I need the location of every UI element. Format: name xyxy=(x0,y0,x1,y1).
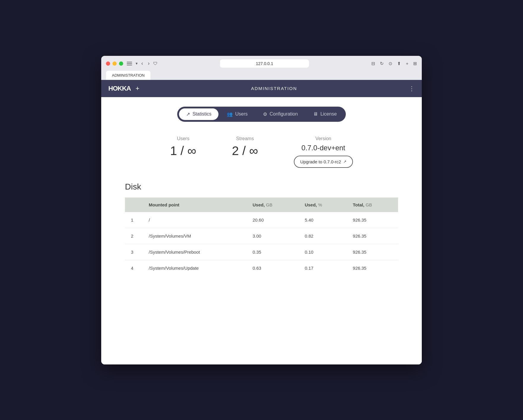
cell-total-gb: 926.35 xyxy=(347,212,398,228)
translate-icon[interactable]: ⊟ xyxy=(371,61,375,66)
cell-mount: /System/Volumes/Preboot xyxy=(143,244,247,260)
shield-icon: 🛡 xyxy=(153,61,158,66)
cell-total-gb: 926.35 xyxy=(347,228,398,244)
col-used-gb: Used, GB xyxy=(247,198,299,212)
tab-label: ADMINISTRATION xyxy=(112,73,145,78)
refresh-icon[interactable]: ↻ xyxy=(380,61,384,66)
tab-navigation: ↗ Statistics 👥 Users ⚙ Configuration 🖥 L… xyxy=(177,107,346,122)
cell-used-pct: 5.40 xyxy=(299,212,347,228)
url-input[interactable] xyxy=(220,59,309,68)
forward-button[interactable]: › xyxy=(147,60,151,67)
cell-index: 2 xyxy=(125,228,143,244)
browser-window: ▾ ‹ › 🛡 ⊟ ↻ ⊙ ⬆ + ⊞ ADMINISTRATION xyxy=(101,56,422,364)
cell-mount: / xyxy=(143,212,247,228)
back-button[interactable]: ‹ xyxy=(140,60,144,67)
cell-total-gb: 926.35 xyxy=(347,260,398,276)
tab-license-label: License xyxy=(320,111,337,117)
disk-table: Mounted point Used, GB Used, % Total, xyxy=(125,198,398,276)
share-icon[interactable]: ⬆ xyxy=(397,61,401,66)
tab-statistics[interactable]: ↗ Statistics xyxy=(179,108,218,120)
table-row: 1 / 20.60 5.40 926.35 xyxy=(125,212,398,228)
tab-users-label: Users xyxy=(235,111,248,117)
browser-actions: ⊟ ↻ ⊙ ⬆ + ⊞ xyxy=(371,61,417,66)
stat-streams-value: 2 / ∞ xyxy=(232,144,258,158)
browser-titlebar: ▾ ‹ › 🛡 ⊟ ↻ ⊙ ⬆ + ⊞ xyxy=(106,59,417,68)
tab-configuration-label: Configuration xyxy=(270,111,298,117)
minimize-button[interactable] xyxy=(112,61,117,66)
browser-controls: ▾ ‹ › 🛡 xyxy=(127,60,158,67)
stat-version-label: Version xyxy=(294,136,353,141)
dropdown-arrow-icon[interactable]: ▾ xyxy=(136,61,138,66)
stat-version: Version 0.7.0-dev+ent Upgrade to 0.7.0-r… xyxy=(294,136,353,168)
users-icon: 👥 xyxy=(227,111,233,117)
cell-used-gb: 3.00 xyxy=(247,228,299,244)
cell-used-gb: 20.60 xyxy=(247,212,299,228)
download-icon[interactable]: ⊙ xyxy=(389,61,392,66)
tab-statistics-label: Statistics xyxy=(192,111,211,117)
stat-users-label: Users xyxy=(170,136,196,141)
app-logo: HOKKA xyxy=(108,85,131,92)
stats-row: Users 1 / ∞ Streams 2 / ∞ Version 0.7.0-… xyxy=(125,136,398,168)
cell-index: 4 xyxy=(125,260,143,276)
col-used-pct: Used, % xyxy=(299,198,347,212)
upgrade-button[interactable]: Upgrade to 0.7.0-rc2 ↗ xyxy=(294,156,353,168)
table-row: 3 /System/Volumes/Preboot 0.35 0.10 926.… xyxy=(125,244,398,260)
col-mount: Mounted point xyxy=(143,198,247,212)
cell-used-pct: 0.10 xyxy=(299,244,347,260)
address-bar xyxy=(161,59,368,68)
grid-icon[interactable]: ⊞ xyxy=(413,61,417,66)
table-row: 4 /System/Volumes/Update 0.63 0.17 926.3… xyxy=(125,260,398,276)
cell-total-gb: 926.35 xyxy=(347,244,398,260)
cell-index: 3 xyxy=(125,244,143,260)
disk-section: Disk Mounted point Used, GB Used, xyxy=(125,182,398,276)
app-title: ADMINISTRATION xyxy=(140,86,409,91)
more-options-button[interactable]: ⋮ xyxy=(409,85,415,92)
external-link-icon: ↗ xyxy=(343,160,346,164)
active-tab[interactable]: ADMINISTRATION xyxy=(106,71,150,80)
tab-users[interactable]: 👥 Users xyxy=(220,108,255,120)
cell-index: 1 xyxy=(125,212,143,228)
statistics-icon: ↗ xyxy=(186,111,190,117)
tab-license[interactable]: 🖥 License xyxy=(306,108,344,120)
col-total-gb: Total, GB xyxy=(347,198,398,212)
stat-users: Users 1 / ∞ xyxy=(170,136,196,168)
stat-streams-label: Streams xyxy=(232,136,258,141)
traffic-lights xyxy=(106,61,123,66)
tab-configuration[interactable]: ⚙ Configuration xyxy=(256,108,305,120)
new-tab-icon[interactable]: + xyxy=(406,61,408,66)
browser-tab-bar: ADMINISTRATION xyxy=(106,71,417,80)
license-icon: 🖥 xyxy=(313,111,318,117)
disk-section-title: Disk xyxy=(125,182,398,192)
sidebar-toggle[interactable] xyxy=(127,62,132,65)
cell-used-gb: 0.63 xyxy=(247,260,299,276)
cell-used-gb: 0.35 xyxy=(247,244,299,260)
browser-chrome: ▾ ‹ › 🛡 ⊟ ↻ ⊙ ⬆ + ⊞ ADMINISTRATION xyxy=(101,56,422,80)
col-index xyxy=(125,198,143,212)
cell-mount: /System/Volumes/Update xyxy=(143,260,247,276)
stat-users-value: 1 / ∞ xyxy=(170,144,196,158)
cell-used-pct: 0.17 xyxy=(299,260,347,276)
app-header: HOKKA + ADMINISTRATION ⋮ xyxy=(101,80,422,97)
stat-streams: Streams 2 / ∞ xyxy=(232,136,258,168)
close-button[interactable] xyxy=(106,61,110,66)
add-button[interactable]: + xyxy=(136,85,140,92)
upgrade-button-label: Upgrade to 0.7.0-rc2 xyxy=(300,159,341,164)
stat-version-value: 0.7.0-dev+ent xyxy=(294,144,353,152)
configuration-icon: ⚙ xyxy=(263,111,267,117)
app-content: ↗ Statistics 👥 Users ⚙ Configuration 🖥 L… xyxy=(101,97,422,364)
maximize-button[interactable] xyxy=(119,61,123,66)
cell-mount: /System/Volumes/VM xyxy=(143,228,247,244)
table-row: 2 /System/Volumes/VM 3.00 0.82 926.35 xyxy=(125,228,398,244)
cell-used-pct: 0.82 xyxy=(299,228,347,244)
table-header-row: Mounted point Used, GB Used, % Total, xyxy=(125,198,398,212)
